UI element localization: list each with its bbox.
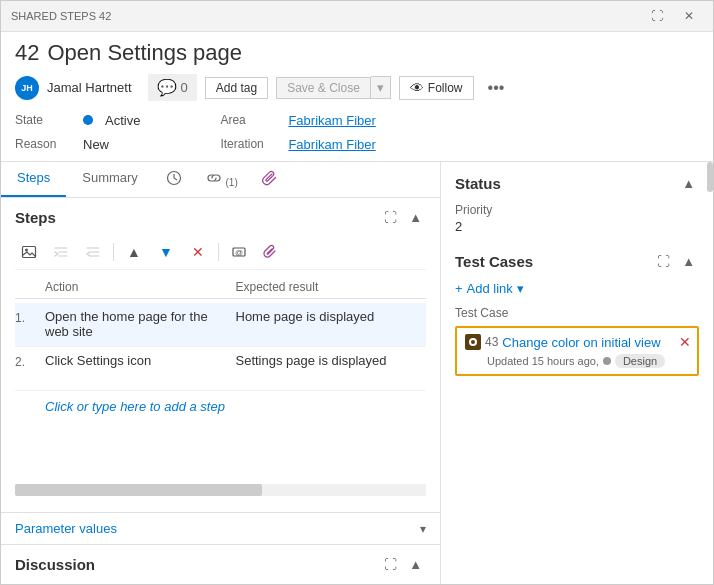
test-case-card: 43 Change color on initial view ✕ Update… bbox=[455, 326, 699, 376]
indent-button[interactable] bbox=[47, 239, 75, 265]
add-link-button[interactable]: + Add link ▾ bbox=[455, 279, 699, 298]
expand-discussion-button[interactable]: ⛶ bbox=[380, 555, 401, 574]
horizontal-scrollbar[interactable] bbox=[15, 484, 426, 496]
status-actions: ▲ bbox=[678, 174, 699, 193]
tab-attachment-icon[interactable] bbox=[250, 162, 290, 197]
section-title: Steps bbox=[15, 209, 56, 226]
comment-icon: 💬 bbox=[157, 78, 177, 97]
outdent-button[interactable] bbox=[79, 239, 107, 265]
step-2-action: Click Settings icon bbox=[45, 353, 236, 384]
collapse-test-cases-button[interactable]: ▲ bbox=[678, 252, 699, 271]
header-top: 42 Open Settings page bbox=[15, 40, 699, 66]
state-row: State Active bbox=[15, 109, 140, 131]
tc-card-row: 43 Change color on initial view ✕ bbox=[465, 334, 689, 350]
test-cases-actions: ⛶ ▲ bbox=[653, 252, 699, 271]
area-value[interactable]: Fabrikam Fiber bbox=[288, 113, 375, 128]
tc-remove-button[interactable]: ✕ bbox=[679, 334, 691, 350]
test-case-label: Test Case bbox=[455, 306, 699, 320]
add-link-chevron: ▾ bbox=[517, 281, 524, 296]
test-cases-title: Test Cases bbox=[455, 253, 533, 270]
iteration-row: Iteration Fabrikam Fiber bbox=[220, 133, 375, 155]
discussion-row: Discussion ⛶ ▲ bbox=[1, 544, 440, 584]
toolbar-sep2 bbox=[218, 243, 219, 261]
save-close-dropdown[interactable]: ▾ bbox=[371, 76, 391, 99]
section-actions: ⛶ ▲ bbox=[380, 208, 426, 227]
avatar: JH bbox=[15, 76, 39, 100]
steps-section: Steps ⛶ ▲ bbox=[1, 198, 440, 512]
comment-button[interactable]: 💬 0 bbox=[148, 74, 197, 101]
insert-attachment-button[interactable] bbox=[257, 239, 285, 265]
section-header: Steps ⛶ ▲ bbox=[15, 208, 426, 227]
avatar-initials: JH bbox=[21, 83, 33, 93]
scrollbar-thumb[interactable] bbox=[15, 484, 262, 496]
param-values-label: Parameter values bbox=[15, 521, 117, 536]
step-row-2[interactable]: 2. Click Settings icon Settings page is … bbox=[15, 347, 426, 391]
move-down-button[interactable]: ▼ bbox=[152, 239, 180, 265]
tab-links-icon[interactable]: (1) bbox=[194, 162, 250, 197]
left-panel: Steps Summary (1) Steps ⛶ bbox=[1, 162, 441, 584]
svg-point-2 bbox=[25, 249, 28, 252]
tab-history-icon[interactable] bbox=[154, 162, 194, 197]
step-row-1[interactable]: 1. Open the home page for the web site H… bbox=[15, 303, 426, 347]
reason-value: New bbox=[83, 137, 109, 152]
tc-icon bbox=[465, 334, 481, 350]
right-scrollbar-thumb[interactable] bbox=[707, 162, 713, 192]
add-tag-button[interactable]: Add tag bbox=[205, 77, 268, 99]
state-dot bbox=[83, 115, 93, 125]
title-bar-label: SHARED STEPS 42 bbox=[11, 10, 111, 22]
collapse-status-button[interactable]: ▲ bbox=[678, 174, 699, 193]
iteration-label: Iteration bbox=[220, 137, 280, 151]
discussion-title: Discussion bbox=[15, 556, 95, 573]
title-bar-text: SHARED STEPS 42 bbox=[11, 10, 111, 22]
eye-icon: 👁 bbox=[410, 80, 424, 96]
close-button[interactable]: ✕ bbox=[675, 5, 703, 27]
follow-label: Follow bbox=[428, 81, 463, 95]
toolbar-sep1 bbox=[113, 243, 114, 261]
svg-point-6 bbox=[471, 340, 475, 344]
steps-table: Action Expected result 1. Open the home … bbox=[15, 276, 426, 478]
tc-name[interactable]: Change color on initial view bbox=[502, 335, 660, 350]
follow-button[interactable]: 👁 Follow bbox=[399, 76, 474, 100]
title-bar: SHARED STEPS 42 ⛶ ✕ bbox=[1, 1, 713, 32]
test-cases-section: Test Cases ⛶ ▲ + Add link ▾ Test Case bbox=[455, 252, 699, 376]
tc-info: 43 Change color on initial view bbox=[465, 334, 689, 350]
tab-steps[interactable]: Steps bbox=[1, 162, 66, 197]
tab-summary[interactable]: Summary bbox=[66, 162, 154, 197]
status-title: Status bbox=[455, 175, 501, 192]
save-close-group: Save & Close ▾ bbox=[276, 76, 391, 99]
delete-step-button[interactable]: ✕ bbox=[184, 239, 212, 265]
meta-col-right: Area Fabrikam Fiber Iteration Fabrikam F… bbox=[220, 109, 375, 155]
right-panel: Status ▲ Priority 2 Test Cases ⛶ ▲ + bbox=[441, 162, 713, 584]
steps-header-result: Expected result bbox=[236, 280, 427, 294]
main-body: Steps Summary (1) Steps ⛶ bbox=[1, 162, 713, 584]
steps-header-action: Action bbox=[45, 280, 236, 294]
priority-value: 2 bbox=[455, 219, 699, 234]
insert-step-image-button[interactable] bbox=[15, 239, 43, 265]
expand-steps-button[interactable]: ⛶ bbox=[380, 208, 401, 227]
comment-count: 0 bbox=[181, 80, 188, 95]
step-2-num: 2. bbox=[15, 353, 45, 384]
parameter-values-row[interactable]: Parameter values ▾ bbox=[1, 512, 440, 544]
right-scrollbar[interactable] bbox=[707, 162, 713, 584]
iteration-value[interactable]: Fabrikam Fiber bbox=[288, 137, 375, 152]
area-row: Area Fabrikam Fiber bbox=[220, 109, 375, 131]
add-link-label: Add link bbox=[467, 281, 513, 296]
save-close-button[interactable]: Save & Close bbox=[276, 77, 371, 99]
state-label: State bbox=[15, 113, 75, 127]
work-item-title: Open Settings page bbox=[47, 40, 241, 66]
steps-header-num bbox=[15, 280, 45, 294]
more-button[interactable]: ••• bbox=[482, 77, 511, 99]
title-bar-buttons: ⛶ ✕ bbox=[643, 5, 703, 27]
add-step-text: Click or type here to add a step bbox=[45, 399, 225, 414]
tabs-bar: Steps Summary (1) bbox=[1, 162, 440, 198]
steps-header: Action Expected result bbox=[15, 276, 426, 299]
move-up-button[interactable]: ▲ bbox=[120, 239, 148, 265]
collapse-steps-button[interactable]: ▲ bbox=[405, 208, 426, 227]
insert-param-button[interactable]: @ bbox=[225, 239, 253, 265]
expand-test-cases-button[interactable]: ⛶ bbox=[653, 252, 674, 271]
status-section-header: Status ▲ bbox=[455, 174, 699, 193]
plus-icon: + bbox=[455, 281, 463, 296]
add-step-row[interactable]: Click or type here to add a step bbox=[15, 391, 426, 422]
collapse-discussion-button[interactable]: ▲ bbox=[405, 555, 426, 574]
expand-button[interactable]: ⛶ bbox=[643, 5, 671, 27]
